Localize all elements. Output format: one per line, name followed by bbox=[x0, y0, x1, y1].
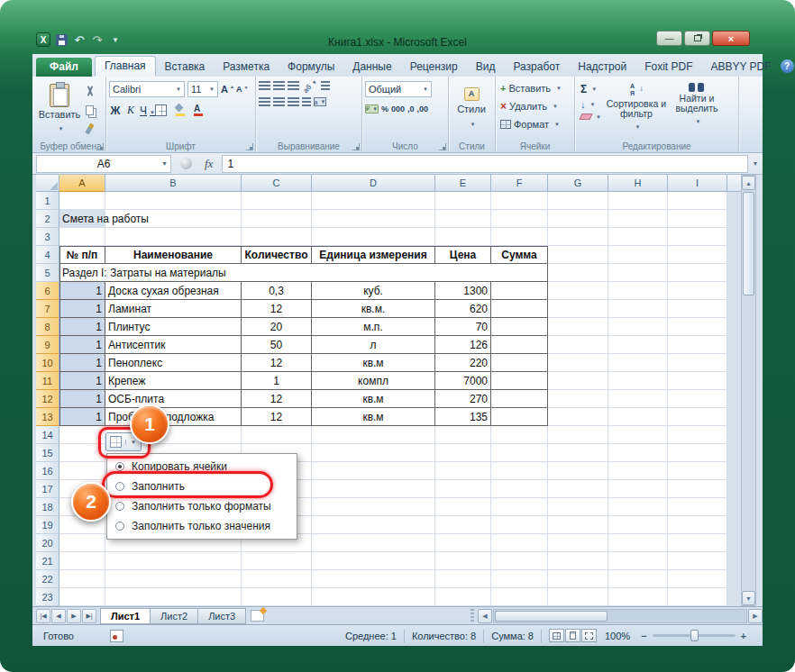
cell-C4[interactable]: Количество bbox=[242, 246, 312, 264]
row-header[interactable]: 8 bbox=[36, 318, 59, 336]
comma-style-button[interactable]: 000 bbox=[391, 104, 405, 114]
percent-style-button[interactable]: % bbox=[381, 104, 388, 114]
cell-G6[interactable] bbox=[548, 282, 608, 300]
cell-H21[interactable] bbox=[608, 552, 668, 570]
cell-F10[interactable] bbox=[491, 354, 548, 372]
row-header[interactable]: 6 bbox=[36, 282, 59, 300]
cell-I15[interactable] bbox=[668, 444, 727, 462]
row-header[interactable]: 3 bbox=[36, 228, 59, 246]
cell-D11[interactable]: компл bbox=[312, 372, 435, 390]
cell-C22[interactable] bbox=[242, 570, 312, 588]
cell-B10[interactable]: Пеноплекс bbox=[105, 354, 242, 372]
cell-E16[interactable] bbox=[435, 462, 491, 480]
format-painter-button[interactable] bbox=[80, 121, 98, 137]
cell-H19[interactable] bbox=[608, 516, 668, 534]
cell-F11[interactable] bbox=[491, 372, 548, 390]
delete-cells-button[interactable]: Удалить bbox=[498, 97, 571, 115]
cell-H16[interactable] bbox=[608, 462, 668, 480]
styles-button[interactable]: А Стили bbox=[452, 79, 491, 135]
orientation-icon[interactable]: аб bbox=[302, 77, 319, 94]
cell-I18[interactable] bbox=[668, 498, 727, 516]
cell-G13[interactable] bbox=[548, 408, 608, 426]
cell-G3[interactable] bbox=[548, 228, 608, 246]
cell-B6[interactable]: Доска сухая обрезная bbox=[105, 282, 242, 300]
cell-C9[interactable]: 50 bbox=[242, 336, 312, 354]
align-center-icon[interactable] bbox=[273, 97, 285, 106]
cell-H23[interactable] bbox=[608, 588, 668, 606]
cell-G16[interactable] bbox=[548, 462, 608, 480]
cell-E6[interactable]: 1300 bbox=[435, 282, 491, 300]
cell-D20[interactable] bbox=[312, 534, 435, 552]
cell-G21[interactable] bbox=[548, 552, 608, 570]
cell-D14[interactable] bbox=[312, 426, 435, 444]
previous-sheet-button[interactable]: ◀ bbox=[51, 609, 66, 623]
cell-H7[interactable] bbox=[608, 300, 668, 318]
expand-formula-bar-icon[interactable]: ▼ bbox=[748, 160, 763, 167]
cell-F23[interactable] bbox=[491, 588, 548, 606]
cell-E2[interactable] bbox=[435, 210, 491, 228]
ribbon-tab[interactable]: Разработ bbox=[504, 58, 569, 77]
cell-H12[interactable] bbox=[608, 390, 668, 408]
cell-C14[interactable] bbox=[242, 426, 312, 444]
merge-center-button[interactable]: a bbox=[314, 97, 326, 106]
row-header[interactable]: 16 bbox=[36, 462, 59, 480]
cell-E23[interactable] bbox=[435, 588, 491, 606]
cell-E21[interactable] bbox=[435, 552, 491, 570]
bold-button[interactable]: Ж bbox=[109, 104, 122, 117]
last-sheet-button[interactable]: ▶| bbox=[82, 609, 96, 623]
zoom-out-button[interactable]: − bbox=[637, 631, 650, 641]
align-right-icon[interactable] bbox=[288, 97, 299, 106]
cell-I8[interactable] bbox=[668, 318, 727, 336]
cell-C23[interactable] bbox=[242, 588, 312, 606]
cell-E8[interactable]: 70 bbox=[435, 318, 491, 336]
cell-A22[interactable] bbox=[59, 570, 105, 588]
cell-C13[interactable]: 12 bbox=[242, 408, 312, 426]
cell-F2[interactable] bbox=[491, 210, 548, 228]
underline-button[interactable]: Ч bbox=[140, 104, 152, 117]
align-top-icon[interactable] bbox=[259, 81, 270, 90]
cell-F4[interactable]: Сумма bbox=[491, 246, 548, 264]
cell-F19[interactable] bbox=[491, 516, 548, 534]
cell-I20[interactable] bbox=[668, 534, 727, 552]
cell-F14[interactable] bbox=[491, 426, 548, 444]
cell-H18[interactable] bbox=[608, 498, 668, 516]
cell-G15[interactable] bbox=[548, 444, 608, 462]
cell-E1[interactable] bbox=[435, 192, 491, 210]
cell-A14[interactable] bbox=[59, 426, 105, 444]
cell-F16[interactable] bbox=[491, 462, 548, 480]
cell-H1[interactable] bbox=[608, 192, 668, 210]
cell-A9[interactable]: 1 bbox=[59, 336, 105, 354]
row-header[interactable]: 9 bbox=[36, 336, 59, 354]
cell-F6[interactable] bbox=[491, 282, 548, 300]
row-header[interactable]: 11 bbox=[36, 372, 59, 390]
cell-E10[interactable]: 220 bbox=[435, 354, 491, 372]
alignment-dialog-launcher[interactable] bbox=[352, 143, 360, 150]
row-header[interactable]: 22 bbox=[36, 570, 59, 588]
cell-I19[interactable] bbox=[668, 516, 727, 534]
cell-E4[interactable]: Цена bbox=[435, 246, 491, 264]
zoom-in-button[interactable]: + bbox=[737, 631, 750, 641]
cell-A10[interactable]: 1 bbox=[59, 354, 105, 372]
cell-A5[interactable]: Раздел I: Затраты на материалы bbox=[59, 264, 548, 282]
cell-F15[interactable] bbox=[491, 444, 548, 462]
cell-I11[interactable] bbox=[668, 372, 727, 390]
row-header[interactable]: 20 bbox=[36, 534, 59, 552]
fill-color-button[interactable] bbox=[173, 104, 185, 116]
cell-A13[interactable]: 1 bbox=[59, 408, 105, 426]
cell-D2[interactable] bbox=[312, 210, 435, 228]
cell-B22[interactable] bbox=[105, 570, 242, 588]
vertical-scrollbar[interactable]: ▲ ▼ bbox=[741, 175, 756, 606]
cell-H22[interactable] bbox=[608, 570, 668, 588]
row-header[interactable]: 10 bbox=[36, 354, 59, 372]
cell-D12[interactable]: кв.м bbox=[312, 390, 435, 408]
cell-F12[interactable] bbox=[491, 390, 548, 408]
cell-I12[interactable] bbox=[668, 390, 727, 408]
ribbon-tab[interactable]: Вставка bbox=[156, 58, 215, 77]
cell-A6[interactable]: 1 bbox=[59, 282, 105, 300]
cell-D9[interactable]: л bbox=[312, 336, 435, 354]
cell-G23[interactable] bbox=[548, 588, 608, 606]
help-icon[interactable]: ? bbox=[781, 59, 794, 73]
scroll-up-button[interactable]: ▲ bbox=[742, 176, 755, 190]
cell-C1[interactable] bbox=[242, 192, 312, 210]
cell-G14[interactable] bbox=[548, 426, 608, 444]
